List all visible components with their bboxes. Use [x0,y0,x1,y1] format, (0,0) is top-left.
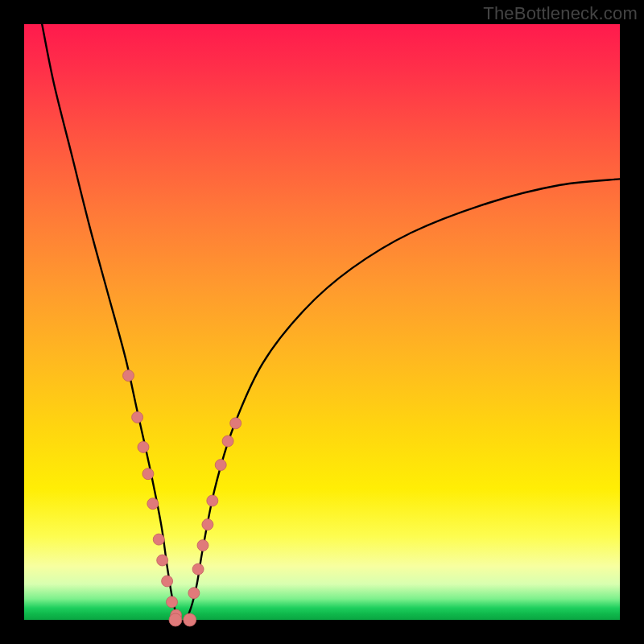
bottleneck-curve [42,24,620,621]
data-dot [132,411,143,423]
data-dot [207,495,218,506]
data-dot [162,576,173,587]
data-dot [167,597,178,608]
data-dot [157,555,168,566]
data-dot [215,460,226,471]
data-dot [202,519,213,530]
data-dot [188,588,200,599]
dots-left-branch [123,370,182,621]
data-dot [147,498,159,510]
data-dot [197,540,208,551]
data-dot [222,436,233,447]
curve-layer [24,24,620,620]
dots-floor [169,613,196,626]
data-dot [123,370,134,382]
data-dot [153,534,164,545]
data-dot [230,418,242,429]
chart-frame: TheBottleneck.com [0,0,644,644]
watermark-text: TheBottleneck.com [483,3,638,24]
data-dot [184,613,196,626]
dots-right-branch [188,418,242,599]
data-dot [142,469,154,480]
data-dot [138,441,149,452]
data-dot [192,564,204,575]
plot-area [24,24,620,620]
data-dot [169,613,182,626]
